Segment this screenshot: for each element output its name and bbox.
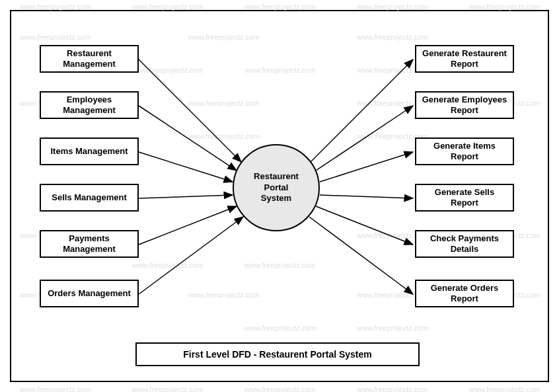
entity-employees-management: Employees Management [40, 91, 139, 119]
watermark: www.freeprojectz.com [20, 385, 91, 392]
process-label: Restaurent Portal System [254, 171, 299, 205]
entity-orders-management: Orders Management [40, 280, 139, 307]
output-restaurent-report: Generate Restaurent Report [415, 45, 514, 73]
watermark: www.freeprojectz.com [132, 385, 204, 392]
output-items-report: Generate Items Report [415, 137, 514, 165]
watermark: www.freeprojectz.com [469, 385, 540, 392]
entity-payments-management: Payments Management [40, 230, 139, 258]
watermark: www.freeprojectz.com [244, 385, 316, 392]
output-employees-report: Generate Employees Report [415, 91, 514, 119]
process-restaurent-portal-system: Restaurent Portal System [233, 144, 320, 231]
output-payments-details: Check Payments Details [415, 230, 514, 258]
output-sells-report: Generate Sells Report [415, 184, 514, 212]
diagram-title: First Level DFD - Restaurent Portal Syst… [135, 342, 420, 366]
entity-sells-management: Sells Management [40, 184, 139, 212]
entity-restaurent-management: Restaurent Management [40, 45, 139, 73]
watermark: www.freeprojectz.com [357, 385, 428, 392]
output-orders-report: Generate Orders Report [415, 280, 514, 307]
entity-items-management: Items Management [40, 137, 139, 165]
